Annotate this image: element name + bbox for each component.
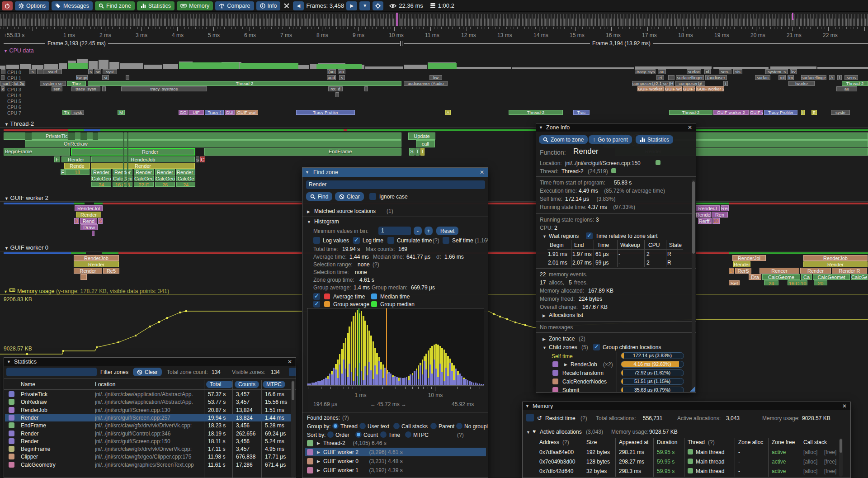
cpu-zone[interactable]: sen- (719, 69, 731, 74)
zone[interactable]: EndFrame (204, 148, 401, 156)
zone[interactable]: Render (74, 268, 102, 274)
found-group-name[interactable]: GUIF worker 1 (323, 467, 359, 473)
zone[interactable]: Rend (80, 218, 97, 224)
cpu-zone[interactable]: GUIF w (750, 110, 763, 115)
zone[interactable]: 24 (176, 182, 195, 187)
cpu-zone[interactable]: UIF (189, 110, 204, 115)
group-by-radio[interactable] (456, 423, 462, 429)
info-button[interactable]: Info (256, 1, 281, 10)
zone[interactable]: Render (76, 212, 101, 218)
group-expand-arrow[interactable]: ▶ (317, 459, 320, 464)
find-zone-histogram[interactable] (307, 308, 484, 386)
cpu-zone[interactable]: ssurf (43, 69, 62, 74)
alloc-address[interactable]: 0x7dfaa64e00 (539, 449, 574, 455)
zone[interactable]: CalcGeo (851, 274, 868, 280)
frame-label-right[interactable]: Frame 3,194 (13.92 ms) (590, 40, 653, 47)
close-icon[interactable]: ✕ (688, 124, 692, 131)
alloc-address[interactable]: 0x7e049b3d00 (539, 459, 575, 465)
zone[interactable]: CalcGeome (762, 274, 800, 280)
zone[interactable]: CalcGeome (113, 175, 132, 181)
cpu-zone[interactable]: (au (327, 69, 336, 74)
found-group-name[interactable]: GUIF worker 2 (323, 449, 359, 455)
filter-zones-input[interactable] (6, 368, 97, 376)
zone[interactable]: 18 (712, 218, 720, 224)
histogram-collapse-arrow[interactable]: ▼ (307, 220, 311, 224)
goto-frame-button[interactable] (373, 1, 383, 10)
find-zone-search-input[interactable]: Render (306, 180, 485, 189)
tools-button[interactable] (283, 1, 291, 10)
zoom-to-zone-button[interactable]: Zoom to zone (539, 135, 588, 144)
zone[interactable]: BeginFrame (4, 148, 70, 156)
thread-header-guif2[interactable]: ▼ GUIF worker 2 (5, 194, 48, 201)
stat-name[interactable]: PrivateTick (21, 391, 47, 398)
found-group-name[interactable]: GUIF worker 0 (323, 458, 359, 464)
resize-grip[interactable] (690, 386, 695, 392)
zone[interactable]: T (415, 148, 420, 156)
zone[interactable]: RenderJob (74, 255, 119, 261)
group-expand-arrow[interactable]: ▶ (317, 450, 320, 454)
zone[interactable]: 18 (65, 169, 90, 175)
zone[interactable] (25, 133, 32, 140)
cpu-zone[interactable]: Tracy Profiler (764, 110, 797, 115)
stat-name[interactable]: CalcGeometry (21, 462, 56, 468)
statistics-button[interactable]: Statistics (137, 1, 175, 10)
zone[interactable]: call (416, 140, 435, 147)
self-time-checkbox[interactable] (443, 237, 449, 244)
stat-name[interactable]: Render (21, 415, 38, 421)
alloc-callstack[interactable]: [alloc] (803, 468, 817, 474)
stat-name[interactable]: Render (21, 438, 38, 445)
cpu-zone[interactable]: se (94, 69, 101, 74)
zone[interactable]: S (409, 148, 415, 156)
zone[interactable]: Render (61, 156, 90, 162)
cpu-zone[interactable]: Thread-2 (842, 81, 868, 86)
cpu-zone[interactable]: E (811, 110, 817, 115)
zone[interactable] (93, 133, 98, 140)
find-button[interactable]: Find (306, 192, 332, 201)
thread-header-thread2[interactable]: ▼ Thread-2 (5, 120, 34, 127)
zone[interactable]: T (420, 148, 425, 156)
location-value[interactable]: jni/../jni/src/guif/Screen.cpp:150 (565, 160, 641, 166)
zone[interactable]: Render (155, 169, 175, 175)
zone[interactable]: Render F (176, 169, 195, 175)
child-zone-name[interactable]: RenderJob (571, 361, 597, 368)
zone[interactable]: 8 (74, 218, 79, 224)
cpu-zone[interactable]: sen (52, 86, 62, 91)
stat-name[interactable]: BeginFrame (21, 446, 50, 452)
zone[interactable]: CalcGe (176, 175, 195, 181)
cpu-zone[interactable]: GUIF worl (236, 110, 258, 115)
wait-regions-arrow[interactable]: ▼ (542, 234, 547, 239)
cpu-zone[interactable]: nl (704, 69, 711, 74)
zone[interactable]: Sef (729, 280, 740, 285)
cpu-zone[interactable]: sis (733, 69, 742, 74)
zone[interactable]: 22 C (134, 182, 154, 187)
zone[interactable]: Render (134, 169, 154, 175)
child-zones-arrow[interactable]: ▼ (542, 345, 547, 350)
statistics-titlebar[interactable]: ▼ Statistics ✕ (4, 358, 296, 366)
cpu-zone[interactable]: Th (62, 110, 71, 115)
cpu-zone[interactable]: lm (788, 75, 794, 80)
log-time-checkbox[interactable] (353, 237, 360, 244)
zone[interactable]: Rerff. (698, 218, 712, 224)
cpu-zone[interactable]: surfac (755, 75, 770, 80)
cpu-zone[interactable]: rol (778, 75, 786, 80)
cpu-zone[interactable]: GUIF worker 0 (637, 86, 664, 91)
go-to-parent-button[interactable]: ↑Go to parent (589, 135, 632, 144)
group-by-radio[interactable] (359, 423, 366, 429)
cpu-zone[interactable]: Thread-2 (509, 110, 563, 115)
cpu-zone[interactable]: et (656, 75, 664, 80)
cpu-zone[interactable]: GUIF worke (665, 86, 682, 91)
cpu-zone[interactable]: Thre (67, 81, 86, 86)
cpu-zone[interactable] (1, 69, 5, 74)
group-expand-arrow[interactable]: ▶ (317, 441, 320, 445)
frame-label-left[interactable]: Frame 3,193 (22.45 ms) (45, 40, 108, 47)
group-by-radio[interactable] (430, 423, 437, 429)
zone[interactable]: CalcGeo (91, 175, 111, 181)
close-icon[interactable]: ✕ (480, 169, 484, 175)
cpu-zone[interactable]: system se (40, 81, 66, 86)
zone[interactable] (80, 274, 87, 280)
zone[interactable] (127, 133, 128, 187)
clear-button[interactable]: Clear (335, 192, 364, 201)
zone-info-titlebar[interactable]: ▼ Zone info ✕ (536, 123, 696, 132)
power-button[interactable] (2, 1, 13, 10)
restrict-time-checkbox[interactable] (526, 414, 534, 421)
